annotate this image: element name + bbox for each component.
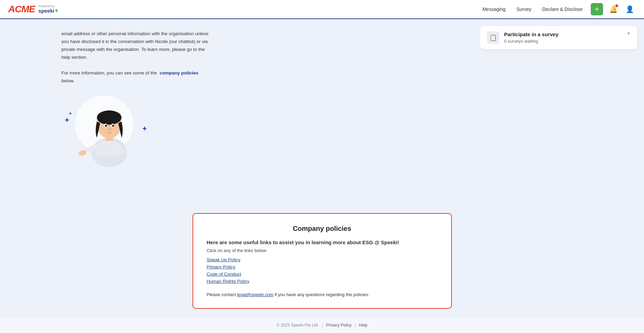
footer-help-link[interactable]: Help (359, 323, 368, 328)
human-rights-policy-link[interactable]: Human Rights Policy (207, 279, 438, 284)
speeki-brand: speeki✦ (38, 8, 59, 14)
navbar: ACME Powered by speeki✦ Messaging Survey… (0, 0, 644, 19)
intro-text-2-label: For more information, you can see some o… (61, 70, 157, 75)
footer-sep-1: | (322, 323, 323, 328)
code-of-conduct-link[interactable]: Code of Conduct (207, 272, 438, 277)
intro-paragraph-1: email address or other personal informat… (61, 30, 212, 61)
company-policies-link[interactable]: company policies (160, 70, 198, 75)
contact-prefix: Please contact (207, 292, 236, 297)
chatbot-area: + + + (61, 92, 157, 167)
intro-text-3-label: below. (61, 78, 74, 83)
left-panel: email address or other personal informat… (0, 19, 480, 199)
plus-decoration-2: + (69, 111, 72, 116)
nav-messaging[interactable]: Messaging (482, 6, 505, 12)
contact-suffix: if you have any questions regarding the … (274, 292, 369, 297)
policies-card-subtitle: Here are some useful links to assist you… (207, 239, 438, 245)
policies-contact-text: Please contact legal@speeki.com if you h… (207, 292, 438, 297)
user-icon: 👤 (626, 5, 634, 13)
policies-click-label: Click on any of the links below: (207, 248, 438, 253)
svg-point-8 (112, 124, 114, 127)
nav-declare-disclose[interactable]: Declare & Disclose (542, 6, 583, 12)
main-nav: Messaging Survey Declare & Disclose (482, 6, 583, 12)
content-body: email address or other personal informat… (0, 19, 644, 199)
survey-card-subtitle: 0 surveys waiting (504, 39, 622, 44)
survey-icon-box: 📋 (487, 31, 499, 44)
footer-privacy-link[interactable]: Privacy Policy (326, 323, 352, 328)
speak-up-policy-link[interactable]: Speak Up Policy (207, 257, 438, 262)
nav-survey[interactable]: Survey (516, 6, 531, 12)
policies-card: Company policies Here are some useful li… (192, 213, 452, 309)
chatbot-avatar (78, 99, 140, 167)
survey-icon: 📋 (489, 34, 497, 41)
speeki-powered-area: Powered by speeki✦ (38, 5, 59, 14)
footer-sep-2: | (355, 323, 356, 328)
notification-badge (615, 4, 618, 7)
policies-section: Company policies Here are some useful li… (0, 213, 644, 317)
svg-rect-4 (105, 136, 113, 141)
svg-point-7 (105, 124, 107, 127)
user-profile-button[interactable]: 👤 (624, 3, 636, 15)
notifications-button[interactable]: 🔔 (607, 3, 619, 15)
logo-area: ACME Powered by speeki✦ (8, 4, 59, 15)
intro-text-block: email address or other personal informat… (61, 30, 212, 85)
main-content: email address or other personal informat… (0, 19, 644, 333)
contact-email-link[interactable]: legal@speeki.com (237, 292, 273, 297)
survey-card[interactable]: 📋 Participate in a survey 0 surveys wait… (480, 26, 637, 49)
plus-decoration-3: + (142, 124, 147, 133)
survey-card-content: Participate in a survey 0 surveys waitin… (504, 31, 622, 44)
speeki-leaf: ✦ (54, 8, 59, 14)
survey-chevron-icon[interactable]: ˅ (627, 31, 630, 40)
intro-paragraph-2: For more information, you can see some o… (61, 69, 212, 85)
acme-logo: ACME (8, 4, 35, 15)
navbar-actions: + 🔔 👤 (591, 3, 636, 15)
footer: © 2023 Speeki Pte Ltd. | Privacy Policy … (0, 317, 644, 333)
policies-links-list: Speak Up Policy Privacy Policy Code of C… (207, 257, 438, 284)
add-button[interactable]: + (591, 3, 603, 15)
powered-by-label: Powered by (38, 5, 55, 8)
survey-card-title: Participate in a survey (504, 31, 622, 37)
footer-copyright: © 2023 Speeki Pte Ltd. (276, 323, 319, 328)
svg-point-2 (97, 110, 121, 125)
plus-decoration-1: + (65, 116, 69, 125)
privacy-policy-link[interactable]: Privacy Policy (207, 264, 438, 269)
policies-card-title: Company policies (207, 225, 438, 233)
right-panel: 📋 Participate in a survey 0 surveys wait… (480, 19, 644, 199)
